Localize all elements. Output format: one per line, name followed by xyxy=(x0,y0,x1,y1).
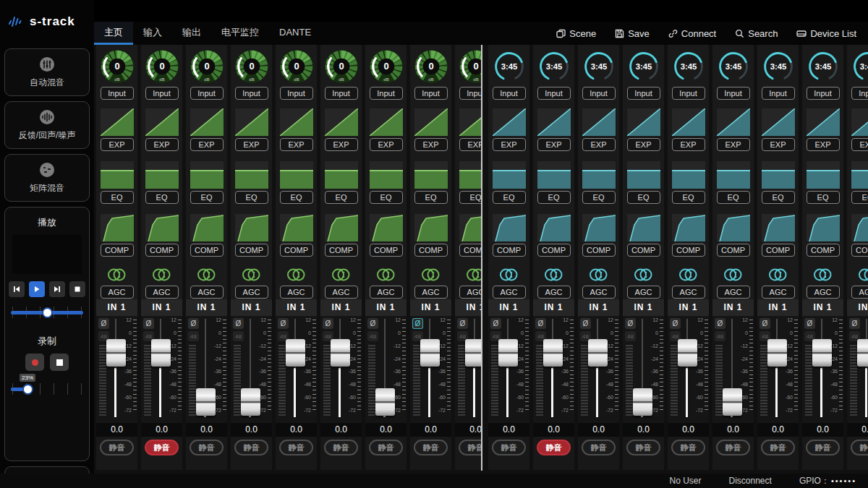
exp-button[interactable]: EXP xyxy=(493,138,526,151)
agc-button[interactable]: AGC xyxy=(537,286,571,299)
channel-mute-button[interactable]: 静音 xyxy=(190,440,224,455)
exp-button[interactable]: EXP xyxy=(235,138,268,151)
comp-button[interactable]: COMP xyxy=(325,244,358,257)
agc-button[interactable]: AGC xyxy=(807,286,840,299)
comp-button[interactable]: COMP xyxy=(459,244,482,257)
agc-button[interactable]: AGC xyxy=(493,286,526,299)
sidebar-item-matrix-mix[interactable]: 矩阵混音 xyxy=(4,154,90,202)
compressor-graph[interactable] xyxy=(101,214,134,241)
compressor-graph[interactable] xyxy=(414,214,448,241)
input-button[interactable]: Input xyxy=(370,87,403,100)
fader-handle[interactable] xyxy=(465,339,482,367)
input-button[interactable]: Input xyxy=(190,87,224,100)
tab[interactable]: 电平监控 xyxy=(211,22,269,45)
phase-invert-button[interactable]: Ø xyxy=(278,318,289,329)
fader-handle[interactable] xyxy=(767,339,787,367)
comp-button[interactable]: COMP xyxy=(493,244,526,257)
gain-knob[interactable]: 0 dB 3:45 xyxy=(233,48,271,85)
tab[interactable]: 主页 xyxy=(94,22,133,45)
compressor-graph[interactable] xyxy=(280,214,313,241)
connect-button[interactable]: Connect xyxy=(668,28,716,39)
input-button[interactable]: Input xyxy=(325,87,358,100)
input-button[interactable]: Input xyxy=(672,87,705,100)
compressor-graph[interactable] xyxy=(325,214,358,241)
exp-button[interactable]: EXP xyxy=(537,138,571,151)
scene-button[interactable]: Scene xyxy=(556,28,596,39)
gain-knob[interactable]: 0 dB 3:45 xyxy=(715,48,752,85)
phase-invert-button[interactable]: Ø xyxy=(760,318,770,329)
fader-handle[interactable] xyxy=(812,339,832,367)
compressor-graph[interactable] xyxy=(493,214,526,241)
eq-graph[interactable] xyxy=(414,161,448,189)
channel-mute-button[interactable]: 静音 xyxy=(582,440,616,455)
phase-invert-button[interactable]: Ø xyxy=(323,318,333,329)
channel-mute-button[interactable]: 静音 xyxy=(671,440,705,455)
channel-mute-button[interactable]: 静音 xyxy=(369,440,403,455)
compressor-graph[interactable] xyxy=(627,214,660,241)
expander-graph[interactable] xyxy=(145,108,179,136)
exp-button[interactable]: EXP xyxy=(627,138,660,151)
compressor-graph[interactable] xyxy=(235,214,268,241)
agc-button[interactable]: AGC xyxy=(235,286,268,299)
tab[interactable]: DANTE xyxy=(269,22,321,45)
compressor-graph[interactable] xyxy=(537,214,571,241)
comp-button[interactable]: COMP xyxy=(627,244,660,257)
input-button[interactable]: Input xyxy=(145,87,179,100)
record-stop-button[interactable] xyxy=(50,354,69,371)
save-button[interactable]: Save xyxy=(615,28,650,39)
exp-button[interactable]: EXP xyxy=(280,138,313,151)
sidebar-item-feedback-echo-noise[interactable]: 反馈/回声/噪声 xyxy=(4,101,90,149)
exp-button[interactable]: EXP xyxy=(851,138,868,151)
connection-status[interactable]: Disconnect xyxy=(729,476,772,486)
comp-button[interactable]: COMP xyxy=(280,244,313,257)
agc-button[interactable]: AGC xyxy=(851,286,868,299)
exp-button[interactable]: EXP xyxy=(370,138,403,151)
compressor-graph[interactable] xyxy=(582,214,616,241)
record-slider[interactable]: 23% xyxy=(11,382,83,395)
expander-graph[interactable] xyxy=(493,108,526,136)
eq-button[interactable]: EQ xyxy=(414,191,448,204)
expander-graph[interactable] xyxy=(582,108,616,136)
compressor-graph[interactable] xyxy=(145,214,179,241)
agc-button[interactable]: AGC xyxy=(414,286,448,299)
input-button[interactable]: Input xyxy=(414,87,448,100)
input-button[interactable]: Input xyxy=(280,87,313,100)
gain-knob[interactable]: 0 dB 3:45 xyxy=(804,48,842,85)
compressor-graph[interactable] xyxy=(190,214,224,241)
channel-mute-button[interactable]: 静音 xyxy=(806,440,840,455)
agc-button[interactable]: AGC xyxy=(370,286,403,299)
exp-button[interactable]: EXP xyxy=(459,138,482,151)
expander-graph[interactable] xyxy=(325,108,358,136)
input-button[interactable]: Input xyxy=(807,87,840,100)
gain-knob[interactable]: 0 dB 3:45 xyxy=(278,48,315,85)
gain-knob[interactable]: 0 dB 3:45 xyxy=(412,48,450,85)
exp-button[interactable]: EXP xyxy=(582,138,616,151)
input-button[interactable]: Input xyxy=(717,87,750,100)
eq-button[interactable]: EQ xyxy=(370,191,403,204)
fader-handle[interactable] xyxy=(196,388,216,416)
eq-graph[interactable] xyxy=(190,161,224,189)
tab[interactable]: 输入 xyxy=(133,22,172,45)
slider-thumb[interactable] xyxy=(42,307,53,318)
compressor-graph[interactable] xyxy=(807,214,840,241)
input-button[interactable]: Input xyxy=(459,87,482,100)
gain-knob[interactable]: 0 dB 3:45 xyxy=(625,48,663,85)
input-button[interactable]: Input xyxy=(493,87,526,100)
phase-invert-button[interactable]: Ø xyxy=(535,318,546,329)
agc-button[interactable]: AGC xyxy=(190,286,224,299)
playback-slider[interactable] xyxy=(11,306,83,319)
compressor-graph[interactable] xyxy=(851,214,868,241)
eq-button[interactable]: EQ xyxy=(235,191,268,204)
eq-button[interactable]: EQ xyxy=(325,191,358,204)
phantom-48v-button[interactable]: 48 xyxy=(367,331,378,341)
eq-button[interactable]: EQ xyxy=(762,191,795,204)
agc-button[interactable]: AGC xyxy=(582,286,616,299)
channel-mute-button[interactable]: 静音 xyxy=(492,440,526,455)
eq-graph[interactable] xyxy=(807,161,840,189)
previous-track-button[interactable] xyxy=(9,281,25,297)
eq-button[interactable]: EQ xyxy=(190,191,224,204)
channel-mute-button[interactable]: 静音 xyxy=(100,440,134,455)
phase-invert-button[interactable]: Ø xyxy=(625,318,636,329)
expander-graph[interactable] xyxy=(717,108,750,136)
fader-handle[interactable] xyxy=(106,339,126,367)
